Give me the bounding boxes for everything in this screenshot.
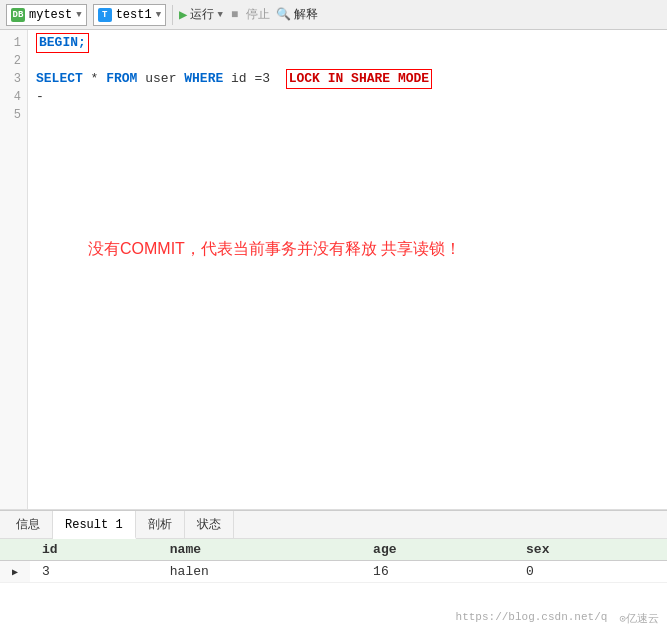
code-line-3: SELECT * FROM user WHERE id =3 LOCK IN S… xyxy=(36,70,659,88)
cell-id: 3 xyxy=(30,561,158,583)
cell-sex: 0 xyxy=(514,561,667,583)
table-select[interactable]: T test1 ▼ xyxy=(93,4,166,26)
db-icon: DB xyxy=(11,8,25,22)
where-keyword: WHERE xyxy=(184,70,223,88)
tabs-bar: 信息 Result 1 剖析 状态 xyxy=(0,511,667,539)
run-label: 运行 xyxy=(190,6,214,23)
tbl-chevron-icon: ▼ xyxy=(156,10,161,20)
separator-dot: ■ xyxy=(231,8,238,22)
table-name: test1 xyxy=(116,8,152,22)
stop-label: 停止 xyxy=(246,6,270,23)
editor-area[interactable]: 1 2 3 4 5 BEGIN; SELECT * FROM user WHER… xyxy=(0,30,667,510)
database-select[interactable]: DB mytest ▼ xyxy=(6,4,87,26)
code-line-1: BEGIN; xyxy=(36,34,659,52)
cell-name: halen xyxy=(158,561,361,583)
explain-icon: 🔍 xyxy=(276,7,291,22)
code-plain-3: id =3 xyxy=(223,70,285,88)
db-name: mytest xyxy=(29,8,72,22)
watermark: https://blog.csdn.net/q ⊙亿速云 xyxy=(456,611,659,626)
begin-keyword: BEGIN; xyxy=(36,33,89,53)
col-header-age: age xyxy=(361,539,514,561)
watermark-brand: ⊙亿速云 xyxy=(619,611,659,626)
tab-result1[interactable]: Result 1 xyxy=(53,511,136,539)
play-icon: ▶ xyxy=(179,6,187,23)
line-numbers: 1 2 3 4 5 xyxy=(0,30,28,509)
cell-age: 16 xyxy=(361,561,514,583)
editor-content[interactable]: BEGIN; SELECT * FROM user WHERE id =3 LO… xyxy=(28,30,667,509)
annotation-text: 没有COMMIT，代表当前事务并没有释放 共享读锁！ xyxy=(88,240,461,258)
stop-button[interactable]: 停止 xyxy=(246,6,270,23)
select-keyword: SELECT xyxy=(36,70,83,88)
code-line-4: - xyxy=(36,88,659,106)
code-plain-1: * xyxy=(83,70,106,88)
code-plain-2: user xyxy=(137,70,184,88)
table-row: 3 halen 16 0 xyxy=(0,561,667,583)
data-table: id name age sex 3 halen 16 0 xyxy=(0,539,667,583)
toolbar: DB mytest ▼ T test1 ▼ ▶ 运行 ▼ ■ 停止 🔍 解释 xyxy=(0,0,667,30)
tbl-icon: T xyxy=(98,8,112,22)
run-dropdown-icon: ▼ xyxy=(217,10,222,20)
separator xyxy=(172,5,173,25)
from-keyword: FROM xyxy=(106,70,137,88)
row-indicator xyxy=(0,561,30,583)
watermark-url: https://blog.csdn.net/q xyxy=(456,611,608,626)
run-button[interactable]: ▶ 运行 ▼ xyxy=(179,6,223,23)
code-line-5 xyxy=(36,106,659,124)
header-indicator xyxy=(0,539,30,561)
col-header-name: name xyxy=(158,539,361,561)
explain-button[interactable]: 🔍 解释 xyxy=(276,6,318,23)
db-chevron-icon: ▼ xyxy=(76,10,81,20)
code-line-2 xyxy=(36,52,659,70)
tab-profile[interactable]: 剖析 xyxy=(136,511,185,539)
tab-info[interactable]: 信息 xyxy=(4,511,53,539)
explain-label: 解释 xyxy=(294,6,318,23)
col-header-sex: sex xyxy=(514,539,667,561)
tab-status[interactable]: 状态 xyxy=(185,511,234,539)
table-header-row: id name age sex xyxy=(0,539,667,561)
col-header-id: id xyxy=(30,539,158,561)
lock-in-share-mode: LOCK IN SHARE MODE xyxy=(286,69,432,89)
